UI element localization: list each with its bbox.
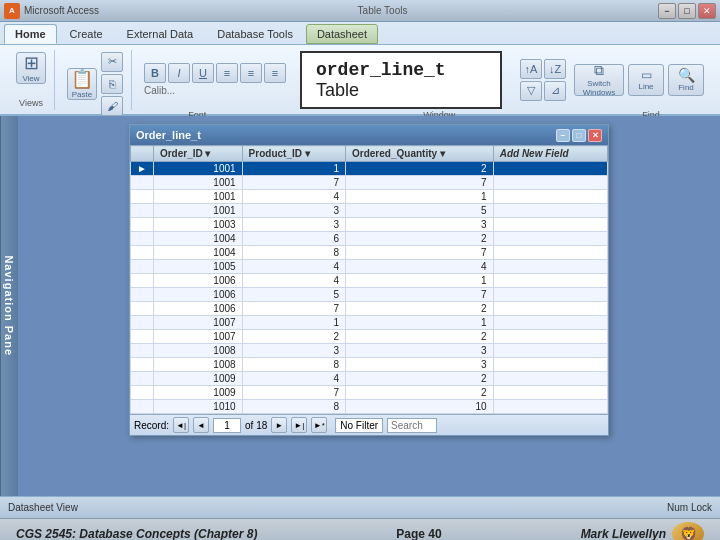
col-add-new-header[interactable]: Add New Field: [493, 146, 607, 162]
underline-button[interactable]: U: [192, 63, 214, 83]
cell-quantity: 2: [346, 162, 494, 176]
table-row[interactable]: 1001 4 1: [131, 190, 608, 204]
nav-last-button[interactable]: ►|: [291, 417, 307, 433]
table-row[interactable]: 1006 7 2: [131, 302, 608, 316]
datasheet: Order_ID ▾ Product_ID ▾ Ordered_Quantity…: [130, 145, 608, 414]
table-row[interactable]: 1001 7 7: [131, 176, 608, 190]
cell-quantity: 1: [346, 274, 494, 288]
record-label: Record:: [134, 420, 169, 431]
row-selector: [131, 386, 154, 400]
cell-order-id: 1001: [153, 204, 242, 218]
cell-product-id: 1: [242, 316, 345, 330]
view-mode-label: Datasheet View: [8, 502, 78, 513]
cell-order-id: 1008: [153, 358, 242, 372]
close-button[interactable]: ✕: [698, 3, 716, 19]
row-selector: [131, 246, 154, 260]
align-right-button[interactable]: ≡: [264, 63, 286, 83]
table-row[interactable]: 1005 4 4: [131, 260, 608, 274]
cell-new-field: [493, 218, 607, 232]
filter-indicator[interactable]: No Filter: [335, 418, 383, 433]
search-input[interactable]: [387, 418, 437, 433]
table-row[interactable]: 1010 8 10: [131, 400, 608, 414]
tab-create[interactable]: Create: [59, 24, 114, 44]
table-row[interactable]: 1009 4 2: [131, 372, 608, 386]
row-selector: [131, 260, 154, 274]
window-controls: − □ ✕: [658, 3, 716, 19]
cell-order-id: 1001: [153, 190, 242, 204]
sort-desc-button[interactable]: ↓Z: [544, 59, 566, 79]
line-button[interactable]: ▭ Line: [628, 64, 664, 96]
align-center-button[interactable]: ≡: [240, 63, 262, 83]
cell-order-id: 1006: [153, 288, 242, 302]
cell-product-id: 5: [242, 288, 345, 302]
nav-prev-button[interactable]: ◄: [193, 417, 209, 433]
nav-new-button[interactable]: ►*: [311, 417, 327, 433]
table-minimize-button[interactable]: −: [556, 129, 570, 142]
footer-author: Mark Llewellyn: [581, 527, 666, 541]
col-quantity-header[interactable]: Ordered_Quantity ▾: [346, 146, 494, 162]
cell-product-id: 4: [242, 260, 345, 274]
table-row[interactable]: 1004 6 2: [131, 232, 608, 246]
cell-quantity: 1: [346, 190, 494, 204]
switch-windows-button[interactable]: ⧉ Switch Windows: [574, 64, 624, 96]
table-row[interactable]: 1007 1 1: [131, 316, 608, 330]
tab-datasheet[interactable]: Datasheet: [306, 24, 378, 44]
cell-order-id: 1006: [153, 302, 242, 316]
table-close-button[interactable]: ✕: [588, 129, 602, 142]
filter-button[interactable]: ▽: [520, 81, 542, 101]
tab-external-data[interactable]: External Data: [116, 24, 205, 44]
nav-first-button[interactable]: ◄|: [173, 417, 189, 433]
maximize-button[interactable]: □: [678, 3, 696, 19]
table-row[interactable]: 1009 7 2: [131, 386, 608, 400]
table-title-bar: Order_line_t − □ ✕: [130, 125, 608, 145]
find-button[interactable]: 🔍 Find: [668, 64, 704, 96]
table-row[interactable]: 1004 8 7: [131, 246, 608, 260]
table-row[interactable]: 1003 3 3: [131, 218, 608, 232]
ribbon-group-font: B I U ≡ ≡ ≡ Calib... order_line_t Table: [136, 50, 712, 110]
cell-quantity: 3: [346, 218, 494, 232]
cell-order-id: 1010: [153, 400, 242, 414]
table-row[interactable]: 1007 2 2: [131, 330, 608, 344]
table-row[interactable]: 1006 4 1: [131, 274, 608, 288]
cell-new-field: [493, 190, 607, 204]
cell-new-field: [493, 330, 607, 344]
tab-home[interactable]: Home: [4, 24, 57, 44]
footer: CGS 2545: Database Concepts (Chapter 8) …: [0, 518, 720, 540]
table-row[interactable]: 1006 5 7: [131, 288, 608, 302]
table-row[interactable]: ► 1001 1 2: [131, 162, 608, 176]
cell-order-id: 1001: [153, 176, 242, 190]
cell-new-field: [493, 232, 607, 246]
tab-database-tools[interactable]: Database Tools: [206, 24, 304, 44]
cell-order-id: 1009: [153, 372, 242, 386]
align-left-button[interactable]: ≡: [216, 63, 238, 83]
nav-next-button[interactable]: ►: [271, 417, 287, 433]
ribbon-group-clipboard: 📋 Paste ✂ ⎘ 🖌 Clipboard: [59, 50, 132, 110]
row-selector: [131, 288, 154, 302]
view-button[interactable]: ⊞ View: [16, 52, 46, 84]
table-row[interactable]: 1008 8 3: [131, 358, 608, 372]
nav-record-input[interactable]: [213, 418, 241, 433]
cell-product-id: 7: [242, 302, 345, 316]
sort-asc-button[interactable]: ↑A: [520, 59, 542, 79]
col-product-id-header[interactable]: Product_ID ▾: [242, 146, 345, 162]
col-order-id-header[interactable]: Order_ID ▾: [153, 146, 242, 162]
bold-button[interactable]: B: [144, 63, 166, 83]
font-name: Calib...: [144, 85, 286, 96]
toggle-filter-button[interactable]: ⊿: [544, 81, 566, 101]
table-row[interactable]: 1008 3 3: [131, 344, 608, 358]
main-area: Navigation Pane Order_line_t − □ ✕ Order: [0, 116, 720, 496]
cell-new-field: [493, 162, 607, 176]
table-maximize-button[interactable]: □: [572, 129, 586, 142]
cell-order-id: 1008: [153, 344, 242, 358]
row-selector: [131, 204, 154, 218]
format-painter-button[interactable]: 🖌: [101, 96, 123, 116]
paste-button[interactable]: 📋 Paste: [67, 68, 97, 100]
copy-button[interactable]: ⎘: [101, 74, 123, 94]
italic-button[interactable]: I: [168, 63, 190, 83]
cut-button[interactable]: ✂: [101, 52, 123, 72]
table-row[interactable]: 1001 3 5: [131, 204, 608, 218]
navigation-pane[interactable]: Navigation Pane: [0, 116, 18, 496]
row-selector: [131, 316, 154, 330]
cell-product-id: 8: [242, 400, 345, 414]
minimize-button[interactable]: −: [658, 3, 676, 19]
